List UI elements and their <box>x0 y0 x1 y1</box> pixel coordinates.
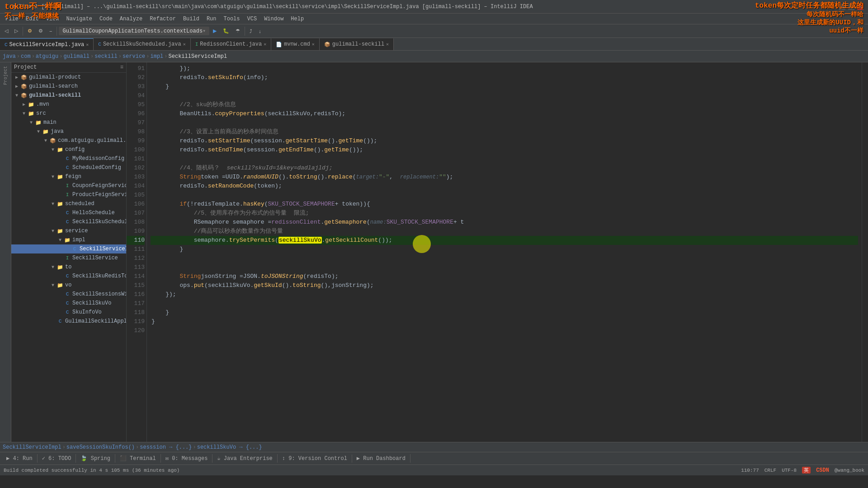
bc-atguigu[interactable]: atguigu <box>36 53 58 60</box>
tree-hello-schedule[interactable]: ▶ C HelloSchedule <box>11 208 126 217</box>
menu-vcs[interactable]: VCS <box>244 15 261 23</box>
tab-gulimall-seckill[interactable]: 📦 gulimall-seckill ✕ <box>320 38 394 50</box>
tree-seckill-service[interactable]: ▶ I SeckillService <box>11 253 126 263</box>
code-line-102: //4、随机码？ seckill?skuId=1&key=dadlajldj; <box>151 164 858 173</box>
bc-gulimall[interactable]: gulimall <box>63 53 90 60</box>
tree-seckill-service-impl[interactable]: ▶ C SeckillServiceImpl <box>11 244 126 253</box>
menu-help[interactable]: Help <box>287 15 307 23</box>
run-tab-vcs[interactable]: ↕ 9: Version Control <box>278 455 352 463</box>
menu-file[interactable]: File <box>2 15 22 23</box>
menu-refactor[interactable]: Refactor <box>146 15 179 23</box>
tab-close-redisson[interactable]: ✕ <box>264 42 266 47</box>
project-tool-label[interactable]: Project <box>1 64 10 87</box>
tree-main[interactable]: ▼ 📁 main <box>11 118 126 127</box>
menu-view[interactable]: View <box>42 15 63 23</box>
tree-impl-folder[interactable]: ▼ 📁 impl <box>11 235 126 244</box>
lang-indicator: 英 <box>802 467 811 474</box>
run-tab-enterprise[interactable]: ☕ Java Enterprise <box>212 454 277 463</box>
close-button[interactable]: ✕ <box>857 4 863 10</box>
menu-tools[interactable]: Tools <box>220 15 244 23</box>
tree-seckill-sku-vo[interactable]: ▶ C SeckillSkuVo <box>11 299 126 308</box>
bc-java[interactable]: java <box>3 53 16 60</box>
interface-icon: I <box>64 254 71 262</box>
tree-gulimall-search[interactable]: ▶ 📦 gulimall-search <box>11 82 126 91</box>
bc-seckill[interactable]: seckill <box>94 53 117 60</box>
run-tab-messages[interactable]: ✉ 0: Messages <box>161 454 213 463</box>
code-line-107: //5、使用库存作为分布式的信号量 限流; <box>151 209 858 218</box>
code-line-95: //2、sku的秒杀信息 <box>151 100 858 109</box>
run-tab-terminal[interactable]: ⬛ Terminal <box>115 454 161 463</box>
tree-gulimall-seckill[interactable]: ▼ 📦 gulimall-seckill <box>11 91 126 100</box>
tree-myredissonconfig[interactable]: ▶ C MyRedissonConfig <box>11 154 126 163</box>
tab-close-sku-scheduled[interactable]: ✕ <box>183 42 186 47</box>
cursor-position: 110:77 <box>741 468 759 473</box>
bc-bottom-lambda1[interactable]: sesssion → {...} <box>140 444 192 450</box>
tree-java[interactable]: ▼ 📁 java <box>11 127 126 136</box>
toolbar-vcs[interactable]: ↓ <box>256 28 264 35</box>
bc-bottom-method[interactable]: saveSessionSkuInfos() <box>66 444 135 450</box>
menu-analyze[interactable]: Analyze <box>116 15 146 23</box>
tree-seckill-sku-scheduled[interactable]: ▶ C SeckillSkuScheduled <box>11 217 126 226</box>
run-tab-spring[interactable]: 🍃 Spring <box>76 454 115 463</box>
tree-scheduled[interactable]: ▼ 📁 scheduled <box>11 199 126 208</box>
tree-mvn[interactable]: ▶ 📁 .mvn <box>11 100 126 109</box>
tab-icon-redisson: I <box>195 42 198 47</box>
tab-redisson-client[interactable]: I RedissonClient.java ✕ <box>191 38 271 50</box>
editor-content[interactable]: 9192939495 96979899100 101102103104105 1… <box>127 62 868 442</box>
tree-seckill-sku-redis-to[interactable]: ▶ C SeckillSkuRedisTo <box>11 272 126 281</box>
tree-scheduledconfig[interactable]: ▶ C ScheduledConfig <box>11 163 126 172</box>
run-config-selector[interactable]: GulimallCouponApplicationTests.contextLo… <box>59 27 209 35</box>
tree-to-folder[interactable]: ▼ 📁 to <box>11 263 126 272</box>
tab-close-seckill-module[interactable]: ✕ <box>386 42 389 47</box>
tree-service-folder[interactable]: ▼ 📁 service <box>11 226 126 235</box>
debug-button[interactable]: 🐛 <box>220 27 232 35</box>
tree-sku-info-vo[interactable]: ▶ C SkuInfoVo <box>11 308 126 317</box>
tab-close-seckill-impl[interactable]: ✕ <box>86 42 89 47</box>
bc-bottom-class[interactable]: SeckillServiceImpl <box>3 444 61 450</box>
run-tab-run[interactable]: ▶ 4: Run <box>2 454 38 463</box>
toolbar-build[interactable]: ⚙ <box>25 27 35 35</box>
run-with-coverage[interactable]: ☂ <box>233 27 243 35</box>
bc-service[interactable]: service <box>123 53 145 60</box>
tab-seckill-sku-scheduled[interactable]: C SeckillSkuScheduled.java ✕ <box>94 38 190 50</box>
tree-package[interactable]: ▼ 📦 com.atguigu.gulimall.seckill <box>11 136 126 145</box>
run-tab-dashboard[interactable]: ▶ Run Dashboard <box>352 454 410 463</box>
toolbar-settings[interactable]: ⚙ <box>36 27 46 35</box>
bc-com[interactable]: com <box>21 53 31 60</box>
menu-build[interactable]: Build <box>179 15 203 23</box>
expand-icon: ▼ <box>35 129 42 134</box>
interface-icon: I <box>64 182 71 189</box>
menu-window[interactable]: Window <box>260 15 287 23</box>
tree-label: ProductFeignService <box>72 192 127 198</box>
tree-seckill-sessions[interactable]: ▶ C SeckillSessionsWithSkus <box>11 290 126 299</box>
toolbar-back[interactable]: ◁ <box>2 27 11 35</box>
class-icon: C <box>64 218 71 225</box>
menu-navigate[interactable]: Navigate <box>62 15 96 23</box>
run-button[interactable]: ▶ <box>210 27 219 35</box>
tab-mvnw[interactable]: 📄 mvnw.cmd ✕ <box>271 38 320 50</box>
tree-gulimall-product[interactable]: ▶ 📦 gulimall-product <box>11 73 126 82</box>
tree-product-feign[interactable]: ▶ I ProductFeignService <box>11 190 126 199</box>
tree-gulimall-app[interactable]: ▶ C GulimallSeckillApplication <box>11 317 126 326</box>
window-controls[interactable]: — □ ✕ <box>839 4 863 10</box>
bc-bottom-lambda2[interactable]: seckillSkuVo → {...} <box>197 444 262 450</box>
toolbar-forward[interactable]: ▷ <box>12 27 21 35</box>
tree-src[interactable]: ▼ 📁 src <box>11 109 126 118</box>
code-content[interactable]: }); redisTo.setSkuInfo(info); } //2、sku的… <box>147 62 862 442</box>
folder-icon: 📁 <box>35 119 42 126</box>
menu-run[interactable]: Run <box>203 15 220 23</box>
tab-close-mvnw[interactable]: ✕ <box>312 42 315 47</box>
tree-vo-folder[interactable]: ▼ 📁 vo <box>11 281 126 290</box>
menu-code[interactable]: Code <box>96 15 116 23</box>
maximize-button[interactable]: □ <box>848 4 854 10</box>
tab-seckill-service-impl[interactable]: C SeckillServiceImpl.java ✕ <box>0 38 94 50</box>
minimize-button[interactable]: — <box>839 4 845 10</box>
tree-feign[interactable]: ▼ 📁 feign <box>11 172 126 181</box>
run-tab-todo[interactable]: ✓ 6: TODO <box>38 454 76 463</box>
tree-config[interactable]: ▼ 📁 config <box>11 145 126 154</box>
tree-coupon-feign[interactable]: ▶ I CouponFeignService <box>11 181 126 190</box>
toolbar-git[interactable]: ⤴ <box>247 28 255 35</box>
bc-impl[interactable]: impl <box>151 53 164 60</box>
menu-edit[interactable]: Edit <box>22 15 42 23</box>
toolbar-minus[interactable]: − <box>47 28 55 35</box>
